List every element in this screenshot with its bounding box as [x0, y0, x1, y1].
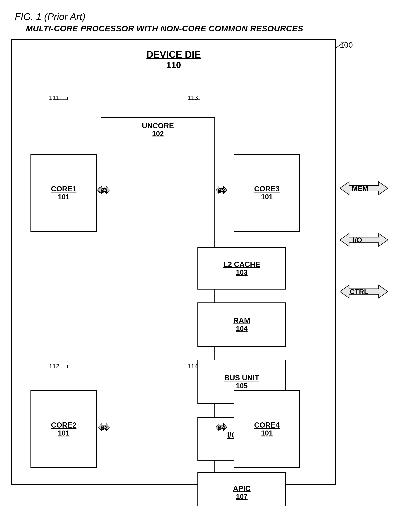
- io-arrow-svg: [340, 233, 388, 247]
- core3-box: CORE3 101: [234, 154, 300, 232]
- io-label: I/O: [353, 236, 362, 244]
- b3-label: B3: [217, 187, 225, 194]
- core1-box: CORE1 101: [30, 154, 97, 232]
- core3-label: CORE3: [254, 185, 280, 193]
- uncore-label: UNCORE 102: [102, 122, 214, 138]
- uncore-box: UNCORE 102 L2 CACHE 103 RAM 104 BUS UNIT…: [101, 117, 215, 473]
- core1-label: CORE1: [51, 185, 76, 193]
- mem-label: MEM: [352, 185, 368, 193]
- busunit-label: BUS UNIT: [224, 374, 259, 382]
- core4-box: CORE4 101: [234, 390, 300, 468]
- svg-marker-16: [340, 233, 388, 246]
- apic-box: APIC 107: [197, 472, 286, 506]
- ram-num: 104: [236, 325, 248, 333]
- ref-113-line: [186, 97, 200, 102]
- b1-label: B1: [100, 187, 108, 194]
- fig-title: FIG. 1 (Prior Art): [15, 11, 85, 22]
- b4-label: B4: [217, 424, 225, 431]
- core4-label: CORE4: [254, 421, 280, 429]
- outer-box: DEVICE DIE 110 UNCORE 102 L2 CACHE 103 R…: [11, 39, 336, 485]
- fig-subtitle: MULTI-CORE PROCESSOR WITH NON-CORE COMMO…: [26, 24, 303, 33]
- core2-label: CORE2: [51, 421, 76, 429]
- core1-num: 101: [58, 193, 69, 201]
- device-die-text: DEVICE DIE: [12, 49, 335, 60]
- core4-num: 101: [261, 429, 273, 437]
- uncore-number: 102: [102, 130, 214, 138]
- ref-112-line: [56, 365, 71, 371]
- device-die-number: 110: [12, 60, 335, 70]
- ram-box: RAM 104: [197, 302, 286, 347]
- busunit-num: 105: [236, 382, 248, 390]
- device-die-label: DEVICE DIE 110: [12, 49, 335, 70]
- l2cache-num: 103: [236, 268, 248, 276]
- uncore-text: UNCORE: [102, 122, 214, 130]
- b2-label: B2: [100, 424, 108, 431]
- apic-label: APIC: [233, 484, 251, 493]
- ref-114-line: [186, 365, 200, 371]
- core2-box: CORE2 101: [30, 390, 97, 468]
- ctrl-label: CTRL: [350, 288, 368, 296]
- l2cache-box: L2 CACHE 103: [197, 247, 286, 290]
- core2-num: 101: [58, 429, 69, 437]
- l2cache-label: L2 CACHE: [223, 260, 260, 268]
- apic-num: 107: [236, 493, 248, 501]
- page-container: FIG. 1 (Prior Art) MULTI-CORE PROCESSOR …: [0, 0, 420, 506]
- ram-label: RAM: [233, 316, 250, 325]
- core3-num: 101: [261, 193, 273, 201]
- ref-111-line: [56, 97, 71, 102]
